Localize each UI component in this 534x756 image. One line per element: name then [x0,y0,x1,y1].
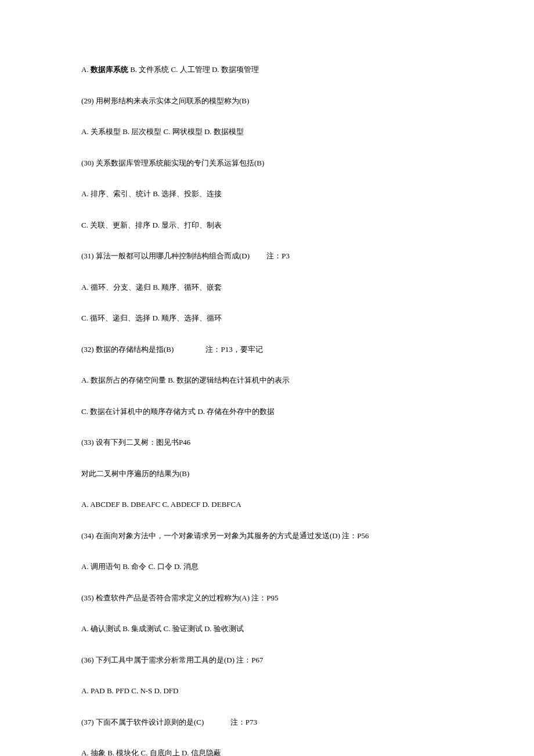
text-segment: A. 关系模型 B. 层次模型 C. 网状模型 D. 数据模型 [81,127,244,136]
text-segment: (36) 下列工具中属于需求分析常用工具的是(D) 注：P67 [81,656,263,664]
document-line: (36) 下列工具中属于需求分析常用工具的是(D) 注：P67 [81,654,453,666]
document-line: (31) 算法一般都可以用哪几种控制结构组合而成(D) 注：P3 [81,250,453,262]
document-line: A. 确认测试 B. 集成测试 C. 验证测试 D. 验收测试 [81,623,453,635]
text-segment: (29) 用树形结构来表示实体之间联系的模型称为(B) [81,96,249,105]
text-segment: (35) 检查软件产品是否符合需求定义的过程称为(A) 注：P95 [81,593,278,602]
text-segment: (32) 数据的存储结构是指(B) 注：P13，要牢记 [81,345,263,354]
document-content: A. 数据库系统 B. 文件系统 C. 人工管理 D. 数据项管理(29) 用树… [0,0,534,756]
text-segment: A. 调用语句 B. 命令 C. 口令 D. 消息 [81,562,199,571]
document-line: (29) 用树形结构来表示实体之间联系的模型称为(B) [81,95,453,107]
document-line: A. 排序、索引、统计 B. 选择、投影、连接 [81,188,453,200]
document-line: A. 数据所占的存储空间量 B. 数据的逻辑结构在计算机中的表示 [81,375,453,386]
text-segment: A. [81,65,91,74]
text-segment: (31) 算法一般都可以用哪几种控制结构组合而成(D) 注：P3 [81,251,290,260]
document-line: (30) 关系数据库管理系统能实现的专门关系运算包括(B) [81,157,453,169]
text-segment: C. 数据在计算机中的顺序存储方式 D. 存储在外存中的数据 [81,407,275,416]
document-line: (37) 下面不属于软件设计原则的是(C) 注：P73 [81,717,453,728]
text-segment: A. 数据所占的存储空间量 B. 数据的逻辑结构在计算机中的表示 [81,376,290,384]
document-line: A. PAD B. PFD C. N-S D. DFD [81,685,453,697]
text-segment: (33) 设有下列二叉树：图见书P46 [81,438,190,447]
document-line: A. ABCDEF B. DBEAFC C. ABDECF D. DEBFCA [81,499,453,510]
document-line: C. 关联、更新、排序 D. 显示、打印、制表 [81,219,453,231]
text-segment: (37) 下面不属于软件设计原则的是(C) 注：P73 [81,718,257,726]
text-segment: A. ABCDEF B. DBEAFC C. ABDECF D. DEBFCA [81,500,241,509]
document-line: 对此二叉树中序遍历的结果为(B) [81,468,453,480]
document-line: A. 调用语句 B. 命令 C. 口令 D. 消息 [81,561,453,573]
text-segment: A. 抽象 B. 模块化 C. 自底向上 D. 信息隐蔽 [81,748,221,756]
document-line: C. 循环、递归、选择 D. 顺序、选择、循环 [81,312,453,324]
document-line: (35) 检查软件产品是否符合需求定义的过程称为(A) 注：P95 [81,592,453,604]
document-line: A. 循环、分支、递归 B. 顺序、循环、嵌套 [81,282,453,293]
document-line: (34) 在面向对象方法中，一个对象请求另一对象为其服务的方式是通过发送(D) … [81,530,453,542]
text-segment: A. 确认测试 B. 集成测试 C. 验证测试 D. 验收测试 [81,624,244,633]
document-line: C. 数据在计算机中的顺序存储方式 D. 存储在外存中的数据 [81,406,453,417]
text-segment: A. 循环、分支、递归 B. 顺序、循环、嵌套 [81,283,222,291]
text-segment: 对此二叉树中序遍历的结果为(B) [81,469,189,478]
text-segment: C. 循环、递归、选择 D. 顺序、选择、循环 [81,314,222,322]
document-line: (32) 数据的存储结构是指(B) 注：P13，要牢记 [81,344,453,355]
document-line: (33) 设有下列二叉树：图见书P46 [81,437,453,448]
text-segment: C. 关联、更新、排序 D. 显示、打印、制表 [81,221,222,229]
document-line: A. 数据库系统 B. 文件系统 C. 人工管理 D. 数据项管理 [81,64,453,75]
document-line: A. 关系模型 B. 层次模型 C. 网状模型 D. 数据模型 [81,126,453,138]
text-segment: A. 排序、索引、统计 B. 选择、投影、连接 [81,189,222,198]
text-segment: A. PAD B. PFD C. N-S D. DFD [81,686,178,695]
text-segment: B. 文件系统 C. 人工管理 D. 数据项管理 [128,65,259,74]
text-segment: 数据库系统 [91,65,128,74]
document-line: A. 抽象 B. 模块化 C. 自底向上 D. 信息隐蔽 [81,747,453,756]
text-segment: (30) 关系数据库管理系统能实现的专门关系运算包括(B) [81,159,264,167]
text-segment: (34) 在面向对象方法中，一个对象请求另一对象为其服务的方式是通过发送(D) … [81,531,369,540]
